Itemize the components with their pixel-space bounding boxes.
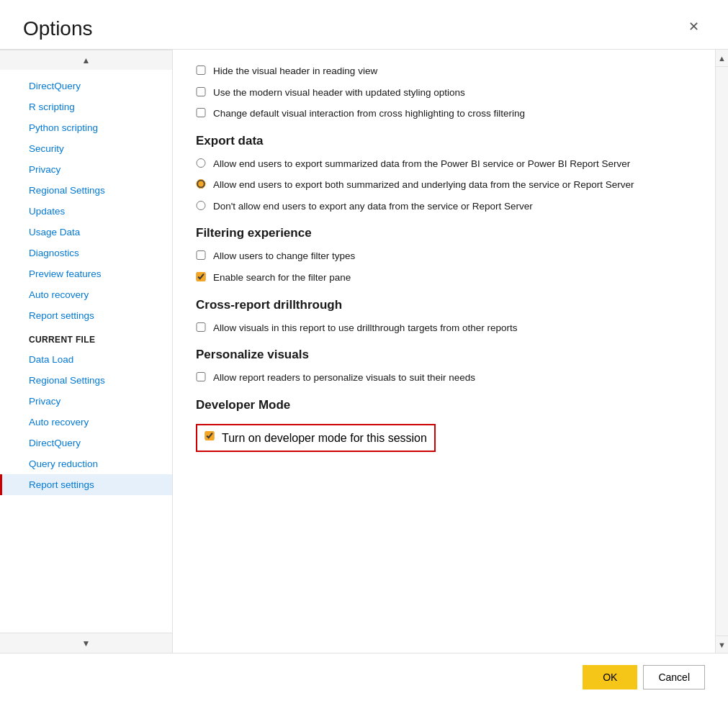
sidebar-cf-item-privacy[interactable]: Privacy bbox=[0, 391, 172, 412]
content-scroll-area: Hide the visual header in reading viewUs… bbox=[173, 50, 728, 653]
close-button[interactable]: ✕ bbox=[683, 17, 705, 36]
section-1-option-0: Allow users to change filter types bbox=[196, 249, 702, 263]
top-option-row-0: Hide the visual header in reading view bbox=[196, 64, 702, 78]
sidebar-item-preview-features[interactable]: Preview features bbox=[0, 263, 172, 284]
sidebar-scroll-down-button[interactable]: ▼ bbox=[0, 633, 172, 653]
developer-mode-text: Turn on developer mode for this session bbox=[222, 430, 427, 446]
content-area: ▲ ▼ Hide the visual header in reading vi… bbox=[173, 50, 728, 653]
sidebar-cf-item-report-settings[interactable]: Report settings bbox=[0, 474, 172, 495]
developer-mode-checkbox[interactable] bbox=[205, 431, 215, 440]
section-0-text-0: Allow end users to export summarized dat… bbox=[213, 157, 630, 171]
section-0-input-1[interactable] bbox=[196, 179, 206, 189]
chevron-down-icon: ▼ bbox=[82, 638, 91, 648]
section-2-option-0: Allow visuals in this report to use dril… bbox=[196, 321, 702, 335]
sidebar-scroll-up-button[interactable]: ▲ bbox=[0, 50, 172, 70]
section-0-input-2[interactable] bbox=[196, 201, 206, 210]
sidebar-item-r-scripting[interactable]: R scripting bbox=[0, 96, 172, 117]
top-option-checkbox-1[interactable] bbox=[196, 87, 206, 96]
section-0-input-0[interactable] bbox=[196, 158, 206, 168]
top-option-text-2: Change default visual interaction from c… bbox=[213, 107, 525, 121]
sidebar-cf-item-data-load[interactable]: Data Load bbox=[0, 349, 172, 370]
dialog-title: Options bbox=[23, 17, 93, 40]
options-dialog: Options ✕ ▲ DirectQueryR scriptingPython… bbox=[0, 0, 728, 701]
sidebar-current-file-items: Data LoadRegional SettingsPrivacyAuto re… bbox=[0, 349, 172, 495]
section-0-text-2: Don't allow end users to export any data… bbox=[213, 199, 533, 214]
sidebar-item-usage-data[interactable]: Usage Data bbox=[0, 222, 172, 243]
top-option-checkbox-2[interactable] bbox=[196, 108, 206, 117]
dialog-body: ▲ DirectQueryR scriptingPython scripting… bbox=[0, 49, 728, 653]
content-scroll-down-button[interactable]: ▼ bbox=[715, 636, 728, 653]
sidebar-item-security[interactable]: Security bbox=[0, 138, 172, 159]
sections-content: Export dataAllow end users to export sum… bbox=[196, 134, 702, 452]
sidebar-item-report-settings[interactable]: Report settings bbox=[0, 305, 172, 326]
cancel-button[interactable]: Cancel bbox=[643, 665, 705, 689]
section-1-text-0: Allow users to change filter types bbox=[213, 249, 355, 263]
sidebar-current-file-label: CURRENT FILE bbox=[0, 326, 172, 349]
sidebar-item-privacy[interactable]: Privacy bbox=[0, 159, 172, 180]
section-heading-1: Filtering experience bbox=[196, 226, 702, 240]
section-heading-2: Cross-report drillthrough bbox=[196, 298, 702, 312]
section-2-text-0: Allow visuals in this report to use dril… bbox=[213, 321, 517, 335]
sidebar-cf-item-directquery[interactable]: DirectQuery bbox=[0, 433, 172, 453]
sidebar-cf-item-auto-recovery[interactable]: Auto recovery bbox=[0, 412, 172, 433]
section-3-option-0: Allow report readers to personalize visu… bbox=[196, 371, 702, 385]
sidebar-item-auto-recovery[interactable]: Auto recovery bbox=[0, 284, 172, 305]
section-0-option-0: Allow end users to export summarized dat… bbox=[196, 157, 702, 171]
sidebar-item-regional-settings[interactable]: Regional Settings bbox=[0, 180, 172, 201]
section-0-option-2: Don't allow end users to export any data… bbox=[196, 199, 702, 214]
sidebar-item-updates[interactable]: Updates bbox=[0, 201, 172, 222]
dialog-header: Options ✕ bbox=[0, 0, 728, 49]
section-1-input-0[interactable] bbox=[196, 250, 206, 260]
sidebar: ▲ DirectQueryR scriptingPython scripting… bbox=[0, 50, 173, 653]
section-0-text-1: Allow end users to export both summarize… bbox=[213, 178, 634, 192]
top-option-checkbox-0[interactable] bbox=[196, 65, 206, 75]
top-option-text-1: Use the modern visual header with update… bbox=[213, 86, 465, 100]
dialog-footer: OK Cancel bbox=[0, 653, 728, 701]
section-3-input-0[interactable] bbox=[196, 372, 206, 381]
sidebar-cf-item-regional-settings[interactable]: Regional Settings bbox=[0, 370, 172, 391]
top-option-text-0: Hide the visual header in reading view bbox=[213, 64, 377, 78]
sidebar-item-diagnostics[interactable]: Diagnostics bbox=[0, 243, 172, 263]
top-option-row-2: Change default visual interaction from c… bbox=[196, 107, 702, 121]
top-option-row-1: Use the modern visual header with update… bbox=[196, 86, 702, 100]
section-heading-0: Export data bbox=[196, 134, 702, 148]
top-options-list: Hide the visual header in reading viewUs… bbox=[196, 64, 702, 121]
section-1-option-1: Enable search for the filter pane bbox=[196, 271, 702, 285]
chevron-up-icon: ▲ bbox=[82, 55, 91, 65]
developer-mode-box: Turn on developer mode for this session bbox=[196, 424, 436, 452]
section-2-input-0[interactable] bbox=[196, 322, 206, 332]
sidebar-item-directquery[interactable]: DirectQuery bbox=[0, 76, 172, 96]
section-3-text-0: Allow report readers to personalize visu… bbox=[213, 371, 475, 385]
sidebar-cf-item-query-reduction[interactable]: Query reduction bbox=[0, 453, 172, 474]
sidebar-global-items: DirectQueryR scriptingPython scriptingSe… bbox=[0, 76, 172, 326]
ok-button[interactable]: OK bbox=[583, 665, 637, 689]
section-1-input-1[interactable] bbox=[196, 272, 206, 281]
section-0-option-1: Allow end users to export both summarize… bbox=[196, 178, 702, 192]
content-scroll-up-button[interactable]: ▲ bbox=[715, 50, 728, 67]
section-heading-3: Personalize visuals bbox=[196, 348, 702, 362]
sidebar-item-python-scripting[interactable]: Python scripting bbox=[0, 117, 172, 138]
section-1-text-1: Enable search for the filter pane bbox=[213, 271, 351, 285]
sidebar-scroll-area: DirectQueryR scriptingPython scriptingSe… bbox=[0, 70, 172, 633]
section-heading-4: Developer Mode bbox=[196, 398, 702, 412]
